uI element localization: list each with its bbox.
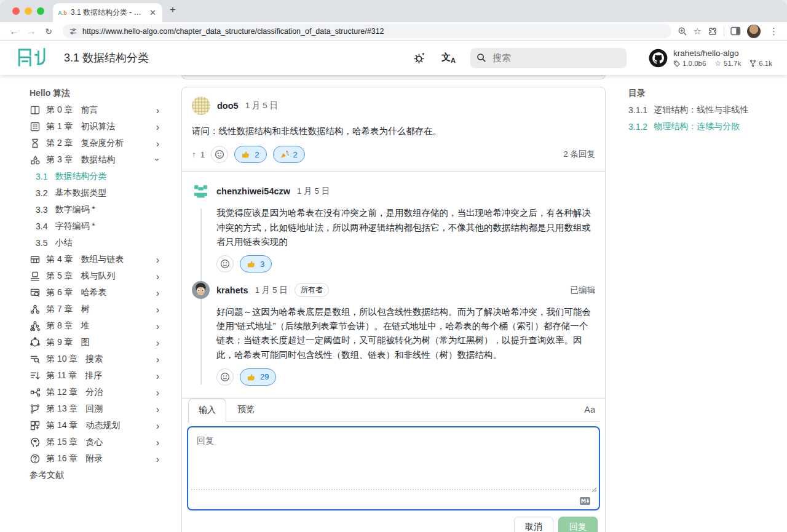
sidebar-item-3.2[interactable]: 3.2基本数据类型: [0, 185, 175, 201]
comment-body: 请问：线性数据结构和非线性数据结构，哈希表为什么都存在。: [192, 124, 595, 138]
sidebar-item-chapter-7[interactable]: 第 7 章树›: [0, 301, 175, 317]
reply-body: 我觉得应该是因为哈希表在没有冲突之前，是用数组存储的，当出现哈希冲突之后，有各种…: [216, 206, 595, 249]
previous-comment-partial: [181, 74, 606, 79]
reply-author[interactable]: krahets: [216, 285, 248, 295]
add-reaction-button[interactable]: [211, 146, 228, 163]
comment-date[interactable]: 1 月 5 日: [245, 100, 278, 111]
toc-item-3.1.2[interactable]: 3.1.2物理结构：连续与分散: [628, 118, 782, 135]
chevron-down-icon: ›: [152, 158, 163, 161]
close-window-button[interactable]: [12, 7, 20, 15]
sidebar-item-chapter-13[interactable]: 第 13 章回溯›: [0, 400, 175, 417]
reply-author[interactable]: chenzhiwei54czw: [216, 186, 290, 196]
sidebar-item-chapter-6[interactable]: 第 6 章哈希表›: [0, 284, 175, 301]
tab-close-icon[interactable]: ✕: [148, 8, 157, 17]
chevron-right-icon: ›: [156, 436, 159, 448]
translate-icon[interactable]: 文A: [441, 52, 456, 64]
site-settings-icon[interactable]: [69, 27, 77, 36]
sidebar-item-chapter-16[interactable]: 第 16 章附录›: [0, 450, 175, 467]
sidebar-item-chapter-8[interactable]: 第 8 章堆›: [0, 317, 175, 334]
reply-placeholder: 回复: [197, 435, 214, 447]
tag-icon: [673, 60, 680, 67]
side-panel-icon[interactable]: [730, 26, 741, 36]
page-title: 3.1 数据结构分类: [64, 50, 149, 65]
cancel-button[interactable]: 取消: [514, 517, 553, 532]
tree-icon: [30, 304, 41, 315]
chevron-right-icon: ›: [156, 303, 159, 315]
maximize-window-button[interactable]: [37, 7, 44, 15]
markdown-icon[interactable]: [580, 497, 590, 505]
sidebar-item-chapter-3[interactable]: 第 3 章数据结构›: [0, 151, 175, 168]
reload-icon[interactable]: ↻: [41, 26, 57, 36]
new-tab-button[interactable]: +: [170, 4, 176, 16]
zoom-indicator-icon[interactable]: [678, 26, 687, 36]
array-icon: [30, 254, 41, 265]
theme-toggle-icon[interactable]: [413, 51, 427, 65]
sidebar-item-3.5[interactable]: 3.5小结: [0, 234, 175, 251]
extensions-icon[interactable]: [708, 26, 718, 36]
back-icon[interactable]: ←: [6, 26, 22, 36]
sidebar-item-chapter-15[interactable]: 第 15 章贪心›: [0, 434, 175, 450]
book-icon: [30, 105, 41, 116]
sidebar-item-chapter-12[interactable]: 第 12 章分治›: [0, 384, 175, 400]
avatar-doo5[interactable]: [192, 97, 210, 115]
tab-preview[interactable]: 预览: [226, 399, 266, 421]
reaction-party[interactable]: 2: [273, 146, 305, 163]
browser-tab[interactable]: A.b 3.1 数据结构分类 - Hello 算法 ✕: [53, 3, 162, 22]
sidebar-item-references[interactable]: 参考文献: [0, 467, 175, 483]
avatar-krahets[interactable]: [192, 281, 210, 299]
menu-kebab-icon[interactable]: ⋮: [767, 26, 781, 37]
url-bar[interactable]: https://www.hello-algo.com/chapter_data_…: [63, 24, 671, 38]
reply-date[interactable]: 1 月 5 日: [255, 285, 288, 296]
comment-main: doo5 1 月 5 日 请问：线性数据结构和非线性数据结构，哈希表为什么都存在…: [182, 87, 605, 171]
toc-item-3.1.1[interactable]: 3.1.1逻辑结构：线性与非线性: [628, 101, 782, 118]
comment-author[interactable]: doo5: [217, 101, 239, 111]
upvote-button[interactable]: ↑1: [192, 150, 205, 159]
github-logo: [649, 49, 668, 68]
tab-write[interactable]: 输入: [188, 399, 226, 422]
forward-icon[interactable]: →: [23, 26, 39, 36]
chevron-right-icon: ›: [156, 336, 159, 348]
replies-count: 2 条回复: [563, 149, 595, 160]
reply-body: 好问题～这因为哈希表底层是数组，所以包含线性数据结构。而为了解决哈希冲突，我们可…: [216, 305, 595, 362]
bookmark-star-icon[interactable]: ☆: [694, 26, 702, 37]
reply-textarea[interactable]: 回复: [187, 426, 600, 510]
reaction-thumbs-up[interactable]: 2: [234, 146, 266, 163]
sidebar-item-chapter-0[interactable]: 第 0 章前言›: [0, 101, 175, 118]
text-format-hint[interactable]: Aa: [584, 405, 599, 415]
resize-handle-icon[interactable]: [591, 487, 597, 493]
url-text: https://www.hello-algo.com/chapter_data_…: [82, 27, 384, 36]
hello-algo-favicon: A.b: [58, 8, 67, 17]
search-placeholder: 搜索: [492, 52, 511, 64]
searchlist-icon: [30, 354, 41, 365]
search-input[interactable]: 搜索: [470, 48, 627, 68]
party-popper-icon: [280, 150, 289, 159]
repo-stars: 51.7k: [724, 60, 741, 67]
profile-avatar[interactable]: [747, 25, 761, 38]
sidebar-item-chapter-14[interactable]: 第 14 章动态规划›: [0, 417, 175, 434]
reaction-thumbs-up[interactable]: 29: [240, 368, 276, 386]
sidebar-item-chapter-5[interactable]: 第 5 章栈与队列›: [0, 268, 175, 284]
reply-submit-button[interactable]: 回复: [558, 517, 598, 532]
minimize-window-button[interactable]: [25, 7, 32, 15]
sidebar-item-3.4[interactable]: 3.4字符编码 *: [0, 218, 175, 234]
sidebar-item-3.1[interactable]: 3.1数据结构分类: [0, 168, 175, 185]
chevron-right-icon: ›: [156, 453, 159, 464]
add-reaction-button[interactable]: [216, 368, 234, 386]
sidebar-item-chapter-10[interactable]: 第 10 章搜索›: [0, 351, 175, 367]
reply-date[interactable]: 1 月 5 日: [297, 186, 330, 197]
sidebar-item-chapter-9[interactable]: 第 9 章图›: [0, 334, 175, 351]
chevron-right-icon: ›: [156, 270, 159, 282]
chevron-right-icon: ›: [156, 137, 159, 149]
sidebar-item-chapter-2[interactable]: 第 2 章复杂度分析›: [0, 135, 175, 151]
reaction-thumbs-up[interactable]: 3: [240, 255, 272, 272]
github-repo-link[interactable]: krahets/hello-algo 1.0.0b6 ☆ 51.7k 6.1k: [649, 49, 772, 68]
sidebar-item-chapter-4[interactable]: 第 4 章数组与链表›: [0, 251, 175, 268]
site-header: 3.1 数据结构分类 文A 搜索 krahets/hello-algo 1.0.…: [0, 41, 787, 75]
sidebar-item-chapter-1[interactable]: 第 1 章初识算法›: [0, 118, 175, 135]
avatar-chenzhiwei54czw[interactable]: [192, 182, 210, 200]
sidebar-item-3.3[interactable]: 3.3数字编码 *: [0, 201, 175, 218]
search-icon: [477, 53, 486, 63]
hello-algo-logo[interactable]: [15, 46, 50, 69]
sidebar-item-chapter-11[interactable]: 第 11 章排序›: [0, 367, 175, 384]
add-reaction-button[interactable]: [216, 255, 234, 272]
